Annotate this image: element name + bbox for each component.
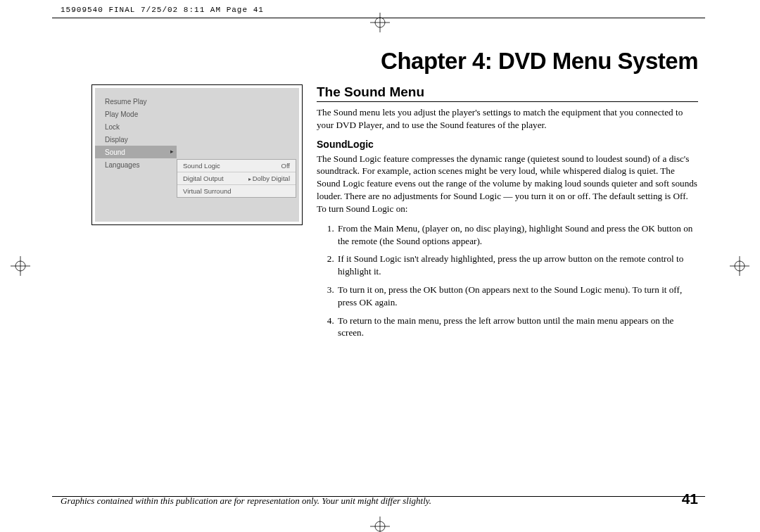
content-area: Resume Play Play Mode Lock Display Sound… — [91, 84, 698, 476]
menu-screenshot: Resume Play Play Mode Lock Display Sound… — [91, 84, 303, 225]
submenu-value: ▸Dolby Digital — [248, 175, 290, 182]
submenu-label: Digital Output — [183, 175, 224, 182]
body-paragraph: The Sound Logic feature compresses the d… — [317, 153, 698, 215]
steps-list: From the Main Menu, (player on, no disc … — [336, 222, 698, 340]
page-number: 41 — [682, 490, 698, 507]
submenu-label: Virtual Surround — [183, 187, 231, 195]
sub-heading: SoundLogic — [317, 139, 698, 150]
submenu-panel: Sound Logic Off Digital Output ▸Dolby Di… — [177, 159, 296, 198]
registration-mark-left — [11, 256, 30, 276]
submenu-row: Sound Logic Off — [177, 160, 296, 172]
menu-item: Lock — [95, 120, 177, 133]
submenu-label: Sound Logic — [183, 162, 220, 170]
footer-note: Graphics contained within this publicati… — [61, 495, 431, 507]
submenu-value: Off — [281, 162, 291, 170]
submenu-row: Virtual Surround — [177, 185, 296, 197]
step-item: If it Sound Logic isn't already highligh… — [336, 253, 698, 278]
registration-mark-right — [730, 256, 749, 276]
intro-paragraph: The Sound menu lets you adjust the playe… — [317, 106, 698, 132]
menu-item-selected: Sound — [95, 146, 177, 158]
section-title: The Sound Menu — [317, 84, 698, 102]
step-item: From the Main Menu, (player on, no disc … — [336, 222, 698, 248]
chapter-title: Chapter 4: DVD Menu System — [381, 48, 698, 75]
text-column: The Sound Menu The Sound menu lets you a… — [317, 84, 698, 476]
page-footer: Graphics contained within this publicati… — [61, 490, 698, 507]
menu-item: Resume Play — [95, 95, 177, 108]
menu-item: Play Mode — [95, 108, 177, 120]
submenu-row: Digital Output ▸Dolby Digital — [177, 172, 296, 185]
registration-mark-bottom — [370, 517, 390, 532]
menu-item: Languages — [95, 158, 177, 171]
menu-item: Display — [95, 133, 177, 146]
registration-mark-top — [370, 13, 390, 32]
step-item: To return to the main menu, press the le… — [336, 315, 698, 340]
arrow-icon: ▸ — [248, 176, 251, 182]
print-header: 15909540 FINAL 7/25/02 8:11 AM Page 41 — [61, 6, 264, 14]
main-menu-list: Resume Play Play Mode Lock Display Sound… — [95, 95, 177, 171]
step-item: To turn it on, press the OK button (On a… — [336, 284, 698, 309]
